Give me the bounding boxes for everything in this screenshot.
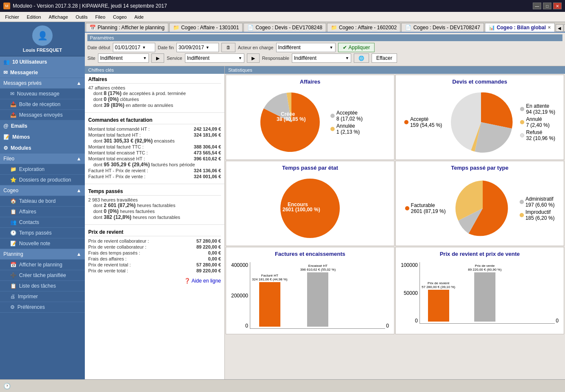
planning-label: Planning (3, 251, 23, 257)
sidebar-item-tableau-de-bord[interactable]: 🏠 Tableau de bord (0, 196, 85, 207)
calendar-icon: 📅 (10, 262, 17, 268)
commandes-encaisses: dont 301 305,33 € (92,9%) encaissés (88, 138, 221, 144)
sidebar-header: 👤 Louis FRESQUET (0, 22, 85, 56)
appliquer-button[interactable]: ✔ Appliquer (338, 43, 375, 52)
service-select[interactable]: Indifférent ▼ (185, 53, 244, 63)
prix-row-5: Prix de revient total : 57 280,00 € (88, 262, 221, 268)
site-nav-button[interactable]: ▶ (151, 53, 164, 63)
prix-row-4: Frais des affaires : 0,00 € (88, 256, 221, 262)
mail-icon: ✉ (3, 70, 8, 76)
prix-row-6: Prix de vente total : 89 220,00 € (88, 268, 221, 274)
sidebar-emails[interactable]: @ Emails (0, 120, 85, 132)
tab-devis-1708247[interactable]: 📄 Cogeo : Devis - DEV1708247 (401, 23, 484, 32)
tab-nav-left[interactable]: ◀ (556, 24, 563, 32)
fileo-label: Fileo (3, 156, 14, 162)
sidebar-item-liste-taches[interactable]: 📋 Liste des tâches (0, 281, 85, 291)
menu-fichier[interactable]: Fichier (2, 14, 22, 20)
sidebar-item-temps-passes[interactable]: 🕐 Temps passés (0, 228, 85, 238)
admin-dot (520, 200, 524, 204)
responsable-select[interactable]: Indifférent ▼ (292, 53, 351, 63)
tab-affaire-1602002[interactable]: 📁 Cogeo : Affaire - 1602002 (327, 23, 401, 32)
date-debut-label: Date début (87, 45, 110, 50)
date-fin-input[interactable]: 30/09/2017 ▼ (176, 43, 219, 52)
tab-bilan-global[interactable]: 📊 Cogeo : Bilan global ✕ (485, 23, 555, 32)
close-button[interactable]: ✕ (553, 3, 562, 9)
factures-y-axis: 400000 200000 0 (231, 262, 250, 329)
responsable-label: Responsable (262, 56, 289, 61)
legend-acceptee: Acceptée8 (17,02 %) (330, 110, 363, 122)
chart-temps-type: Temps passé par type Facturable2601 (87,… (395, 161, 564, 246)
service-nav-button[interactable]: ▶ (247, 53, 260, 63)
chiffres-cles-panel: Chiffres clés Affaires 47 affaires créée… (85, 66, 225, 379)
params-title: Paramètres (87, 34, 562, 41)
sidebar-modules[interactable]: ⚙ Modules (0, 143, 85, 154)
affaires-pie: Créée 38 (80,85 %) (257, 88, 325, 156)
menu-affichage[interactable]: Affichage (45, 14, 72, 20)
aide-link[interactable]: ❓ Aide en ligne (85, 276, 224, 286)
chart-temps-etat-title: Temps passé par état (229, 165, 391, 171)
temps-type-legend-left: Facturable2601 (87,19 %) (405, 202, 446, 214)
menu-fileo[interactable]: Fileo (92, 14, 109, 20)
devis-legend-right: En attente94 (32,19 %) Annulé7 (2,40 %) … (520, 103, 555, 141)
bar-prix-revient-fill (428, 290, 449, 322)
sidebar-item-dossiers-production[interactable]: ⭐ Dossiers de production (0, 175, 85, 185)
acteur-select[interactable]: Indifférent ▼ (276, 43, 336, 52)
sidebar-section-messages[interactable]: Messages privés ▲ (0, 78, 85, 89)
menu-outils[interactable]: Outils (72, 14, 91, 20)
chart-devis: Devis et commandes Accepté159 (54,45 %) (395, 75, 564, 160)
chart-affaires-content: Créée 38 (80,85 %) Acceptée8 (17,02 %) (229, 88, 391, 156)
tab-affaire-1301001[interactable]: 📁 Cogeo : Affaire - 1301001 (169, 23, 243, 32)
affaires-section: Affaires 47 affaires créées dont 8 (17%)… (85, 74, 224, 111)
prix-section: Prix de revient Prix de revient collabor… (85, 227, 224, 276)
sidebar-item-preferences[interactable]: ⚙ Préférences (0, 302, 85, 313)
sidebar-section-planning[interactable]: Planning ▲ (0, 249, 85, 260)
users-button[interactable]: 👥 10 Utilisateurs (0, 56, 85, 67)
globe-button[interactable]: 🌐 (354, 53, 369, 63)
prix-y-axis: 100000 50000 0 (401, 262, 420, 324)
menu-aide[interactable]: Aide (131, 14, 147, 20)
affaires-icon: 📋 (10, 209, 17, 215)
effacer-button[interactable]: Effacer (372, 53, 397, 63)
affaires-detail-3: dont 39 (83%) en attente ou annulées (88, 102, 221, 108)
minimize-button[interactable]: — (533, 3, 541, 9)
sidebar-item-afficher-planning[interactable]: 📅 Afficher le planning (0, 260, 85, 270)
affaires-section-title: Affaires (88, 76, 221, 84)
commandes-hors-periode: dont 95 305,29 € (29,4%) facturés hors p… (88, 162, 221, 168)
stats-title: Statistiques (225, 66, 565, 74)
site-select[interactable]: Indifférent ▼ (98, 53, 149, 63)
commandes-row-2: Montant total facturé HT : 324 181,06 € (88, 132, 221, 138)
chart-temps-etat: Temps passé par état Encours 2601 (100,0… (226, 161, 394, 246)
affaires-label-pct: 38 (80,85 %) (277, 116, 306, 122)
statistics-panel: Statistiques Affaires (225, 66, 565, 379)
charts-grid: Affaires Créée 38 (80 (225, 74, 565, 335)
menu-cogeo[interactable]: Cogeo (109, 14, 130, 20)
sidebar-item-creer-tache[interactable]: ➕ Créer tâche planifiée (0, 270, 85, 281)
sidebar-item-nouvelle-note[interactable]: 📝 Nouvelle note (0, 238, 85, 249)
sidebar-messagerie[interactable]: ✉ Messagerie (0, 67, 85, 78)
tab-planning[interactable]: 📅 Planning : Afficher le planning (86, 23, 168, 32)
sidebar-item-messages-envoyes[interactable]: 📤 Messages envoyés (0, 110, 85, 120)
sidebar-memos[interactable]: 📝 Mémos (0, 132, 85, 143)
menu-edition[interactable]: Edition (23, 14, 45, 20)
sidebar-item-boite-reception[interactable]: 📥 Boîte de réception (0, 99, 85, 110)
sidebar-item-nouveau-message[interactable]: ✉ Nouveau message (0, 89, 85, 99)
sidebar-item-exploration[interactable]: 📁 Exploration (0, 164, 85, 175)
sidebar-item-imprimer[interactable]: 🖨 Imprimer (0, 291, 85, 302)
sidebar-item-contacts[interactable]: 👥 Contacts (0, 217, 85, 228)
tab-close-icon[interactable]: ✕ (548, 25, 551, 30)
sidebar-item-affaires[interactable]: 📋 Affaires (0, 207, 85, 217)
messages-prives-label: Messages privés (3, 80, 42, 86)
commandes-section-title: Commandes et facturation (88, 117, 221, 124)
date-debut-input[interactable]: 01/01/2017 ▼ (113, 43, 155, 52)
maximize-button[interactable]: □ (543, 3, 551, 9)
inbox-icon: 📥 (10, 101, 17, 107)
sidebar-section-cogeo[interactable]: Cogeo ▲ (0, 185, 85, 196)
window-controls: — □ ✕ (533, 3, 562, 9)
calendar-picker-button[interactable]: 🗓 (221, 43, 235, 52)
help-icon: ❓ (184, 278, 190, 284)
annulee-dot (330, 127, 335, 131)
sidebar-section-fileo[interactable]: Fileo ▲ (0, 154, 85, 164)
temps-detail-3: dont 382 (12,8%) heures non facturables (88, 214, 221, 220)
service-label: Service (167, 56, 182, 61)
tab-devis-1708248[interactable]: 📄 Cogeo : Devis - DEV1708248 (243, 23, 326, 32)
